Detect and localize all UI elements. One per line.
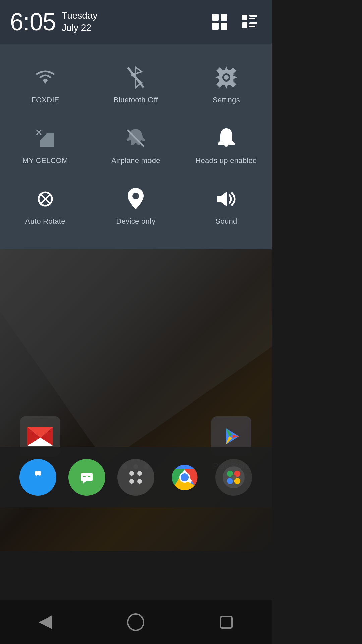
tile-sound[interactable]: Sound — [181, 175, 272, 236]
svg-marker-46 — [39, 615, 52, 629]
location-icon — [124, 187, 148, 211]
clock: 6:05 — [10, 8, 56, 36]
day-text: Tuesday July 22 — [62, 10, 97, 34]
tile-headsup[interactable]: Heads up enabled — [181, 114, 272, 175]
tile-settings-label: Settings — [213, 96, 240, 104]
tile-rotate[interactable]: Auto Rotate — [0, 175, 90, 236]
dock-apps[interactable] — [117, 459, 154, 496]
svg-point-37 — [137, 471, 142, 476]
dock-chrome[interactable] — [166, 459, 203, 496]
svg-marker-22 — [217, 192, 227, 206]
svg-rect-3 — [221, 23, 227, 30]
date-display: Tuesday July 22 — [62, 10, 97, 34]
svg-rect-8 — [249, 22, 257, 24]
no-signal-icon: ✕ — [33, 126, 57, 150]
nav-bar — [0, 600, 272, 644]
svg-rect-48 — [221, 616, 232, 628]
svg-rect-1 — [221, 14, 227, 21]
svg-rect-2 — [212, 23, 219, 30]
svg-point-43 — [181, 473, 189, 481]
svg-rect-7 — [242, 22, 247, 28]
tile-wifi-label: FOXDIE — [31, 96, 59, 104]
tile-airplane[interactable]: Airplane mode — [90, 114, 181, 175]
rotate-icon — [33, 187, 57, 211]
tile-bluetooth[interactable]: Bluetooth Off — [90, 54, 181, 114]
tile-cellular[interactable]: ✕ MY CELCOM — [0, 114, 90, 175]
svg-rect-6 — [249, 18, 255, 19]
airplane-icon — [124, 126, 148, 150]
status-icons — [208, 10, 261, 34]
tile-sound-label: Sound — [215, 217, 237, 226]
bluetooth-off-icon — [124, 65, 148, 90]
settings-icon — [214, 65, 238, 90]
wifi-icon — [33, 65, 57, 90]
tile-airplane-label: Airplane mode — [111, 156, 160, 165]
svg-rect-5 — [249, 15, 257, 17]
home-screen: Google Play Store — [0, 249, 272, 551]
status-bar: 6:05 Tuesday July 22 — [0, 0, 272, 44]
dock-photos[interactable] — [215, 459, 252, 496]
svg-point-45 — [231, 475, 236, 480]
svg-rect-9 — [249, 26, 255, 27]
home-button[interactable] — [122, 609, 149, 636]
tile-settings[interactable]: Settings — [181, 54, 272, 114]
dock-phone[interactable] — [19, 459, 56, 496]
sound-icon — [214, 187, 238, 211]
tile-wifi[interactable]: FOXDIE — [0, 54, 90, 114]
svg-rect-0 — [212, 14, 219, 21]
tile-location[interactable]: Device only — [90, 175, 181, 236]
svg-point-21 — [132, 193, 139, 199]
svg-rect-32 — [81, 473, 93, 481]
dock — [0, 447, 272, 507]
svg-rect-34 — [88, 476, 90, 477]
svg-rect-4 — [242, 15, 247, 20]
recents-button[interactable] — [213, 609, 240, 636]
bell-icon — [214, 126, 238, 150]
svg-point-38 — [129, 479, 134, 484]
quick-settings-panel: FOXDIE Bluetooth Off — [0, 44, 272, 249]
svg-point-36 — [129, 471, 134, 476]
svg-text:✕: ✕ — [35, 127, 43, 138]
tile-bluetooth-label: Bluetooth Off — [114, 96, 158, 104]
back-button[interactable] — [32, 609, 59, 636]
quick-settings-grid: FOXDIE Bluetooth Off — [0, 54, 272, 236]
tile-cellular-label: MY CELCOM — [22, 156, 68, 165]
dock-hangouts[interactable] — [68, 459, 105, 496]
svg-rect-33 — [83, 476, 86, 477]
svg-point-47 — [128, 614, 144, 630]
tile-location-label: Device only — [116, 217, 155, 226]
tile-headsup-label: Heads up enabled — [195, 156, 257, 165]
svg-point-39 — [137, 479, 142, 484]
grid-view-button[interactable] — [208, 10, 231, 34]
svg-point-13 — [224, 75, 229, 80]
tile-rotate-label: Auto Rotate — [25, 217, 65, 226]
status-time: 6:05 Tuesday July 22 — [10, 8, 98, 36]
list-view-button[interactable] — [238, 10, 261, 34]
